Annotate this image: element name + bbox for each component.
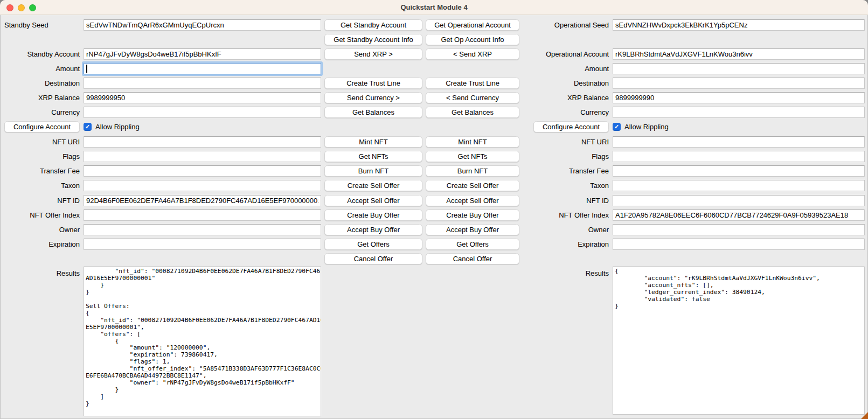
standby-nft-uri-input[interactable] [84,136,321,148]
standby-nft-uri-label: NFT URI [0,136,80,148]
standby-flags-input[interactable] [84,151,321,162]
standby-nft-offer-index-label: NFT Offer Index [0,210,80,221]
get-operational-account-button[interactable]: Get Operational Account [426,19,519,31]
sb-create-sell-offer-button[interactable]: Create Sell Offer [324,180,422,191]
standby-currency-input[interactable] [84,107,321,118]
standby-allow-rippling-checkbox[interactable]: ✓ [84,123,92,131]
op-taxon-input[interactable] [613,180,865,191]
resize-grip[interactable] [861,412,868,419]
standby-configure-account-button[interactable]: Configure Account [4,121,80,132]
sb-get-nfts-button[interactable]: Get NFTs [324,151,422,162]
op-taxon-label: Taxon [512,180,609,191]
op-transfer-fee-input[interactable] [613,165,865,177]
standby-currency-label: Currency [0,107,80,118]
op-create-trust-line-button[interactable]: Create Trust Line [426,78,519,89]
op-nft-id-label: NFT ID [512,195,609,206]
standby-taxon-input[interactable] [84,180,321,191]
sb-accept-buy-offer-button[interactable]: Accept Buy Offer [324,224,422,235]
standby-owner-input[interactable] [84,224,321,235]
standby-xrp-balance-label: XRP Balance [0,92,80,103]
op-destination-input[interactable] [613,78,865,89]
op-create-buy-offer-button[interactable]: Create Buy Offer [426,210,519,221]
zoom-button[interactable] [29,4,36,11]
traffic-lights [6,0,36,15]
titlebar: Quickstart Module 4 [0,0,868,15]
op-get-balances-button[interactable]: Get Balances [426,107,519,118]
operational-account-input[interactable] [613,48,865,60]
standby-results-label: Results [0,268,80,279]
op-nft-id-input[interactable] [613,195,865,206]
sb-mint-nft-button[interactable]: Mint NFT [324,136,422,148]
op-owner-input[interactable] [613,224,865,235]
standby-account-input[interactable] [84,48,321,60]
get-standby-account-button[interactable]: Get Standby Account [324,19,422,31]
sb-get-balances-button[interactable]: Get Balances [324,107,422,118]
standby-owner-label: Owner [0,224,80,235]
operational-seed-label: Operational Seed [512,19,609,31]
sb-accept-sell-offer-button[interactable]: Accept Sell Offer [324,195,422,206]
op-nft-offer-index-label: NFT Offer Index [512,210,609,221]
minimize-button[interactable] [18,4,25,11]
app-window: Quickstart Module 4 Standby Seed Standby… [0,0,868,419]
op-get-offers-button[interactable]: Get Offers [426,239,519,250]
standby-allow-rippling-row: ✓ Allow Rippling [84,121,140,132]
op-allow-rippling-label: Allow Rippling [624,123,669,131]
checkmark-icon: ✓ [614,123,619,130]
standby-transfer-fee-input[interactable] [84,165,321,177]
operational-seed-input[interactable] [613,19,865,31]
op-nft-uri-input[interactable] [613,136,865,148]
op-results-text[interactable]: { "account": "rK9LBRhStdmtAaVdJXGVF1LnKW… [613,267,865,415]
text-cursor [86,65,87,73]
standby-account-label: Standby Account [0,48,80,60]
op-flags-label: Flags [512,151,609,162]
operational-account-label: Operational Account [512,48,609,60]
op-results-label: Results [512,268,609,279]
standby-seed-input[interactable] [84,19,321,31]
op-flags-input[interactable] [613,151,865,162]
standby-amount-label: Amount [0,63,80,74]
send-currency-to-op-button[interactable]: Send Currency > [324,92,422,103]
op-cancel-offer-button[interactable]: Cancel Offer [426,253,519,264]
sb-cancel-offer-button[interactable]: Cancel Offer [324,253,422,264]
op-expiration-input[interactable] [613,239,865,250]
sb-create-buy-offer-button[interactable]: Create Buy Offer [324,210,422,221]
op-burn-nft-button[interactable]: Burn NFT [426,165,519,177]
standby-expiration-input[interactable] [84,239,321,250]
op-xrp-balance-input[interactable] [613,92,865,103]
op-expiration-label: Expiration [512,239,609,250]
op-allow-rippling-row: ✓ Allow Rippling [613,121,669,132]
get-standby-account-info-button[interactable]: Get Standby Account Info [324,34,422,45]
window-title: Quickstart Module 4 [400,3,467,11]
op-accept-buy-offer-button[interactable]: Accept Buy Offer [426,224,519,235]
sb-create-trust-line-button[interactable]: Create Trust Line [324,78,422,89]
standby-transfer-fee-label: Transfer Fee [0,165,80,177]
op-mint-nft-button[interactable]: Mint NFT [426,136,519,148]
standby-nft-id-input[interactable] [84,195,321,206]
op-nft-uri-label: NFT URI [512,136,609,148]
standby-seed-label: Standby Seed [0,19,80,31]
op-create-sell-offer-button[interactable]: Create Sell Offer [426,180,519,191]
send-xrp-to-op-button[interactable]: Send XRP > [324,48,422,60]
standby-xrp-balance-input[interactable] [84,92,321,103]
op-currency-input[interactable] [613,107,865,118]
standby-amount-input[interactable] [84,63,321,74]
standby-nft-offer-index-input[interactable] [84,210,321,221]
op-configure-account-button[interactable]: Configure Account [533,121,609,132]
send-currency-to-standby-button[interactable]: < Send Currency [426,92,519,103]
standby-destination-input[interactable] [84,78,321,89]
sb-burn-nft-button[interactable]: Burn NFT [324,165,422,177]
standby-destination-label: Destination [0,78,80,89]
op-get-nfts-button[interactable]: Get NFTs [426,151,519,162]
op-allow-rippling-checkbox[interactable]: ✓ [613,123,621,131]
close-button[interactable] [6,4,13,11]
op-accept-sell-offer-button[interactable]: Accept Sell Offer [426,195,519,206]
op-nft-offer-index-input[interactable] [613,210,865,221]
send-xrp-to-standby-button[interactable]: < Send XRP [426,48,519,60]
op-amount-input[interactable] [613,63,865,74]
sb-get-offers-button[interactable]: Get Offers [324,239,422,250]
standby-results-text[interactable]: "nft_id": "0008271092D4B6F0EE062DE7FA46A… [84,267,321,416]
op-xrp-balance-label: XRP Balance [512,92,609,103]
get-op-account-info-button[interactable]: Get Op Account Info [426,34,519,45]
op-amount-label: Amount [512,63,609,74]
op-destination-label: Destination [512,78,609,89]
